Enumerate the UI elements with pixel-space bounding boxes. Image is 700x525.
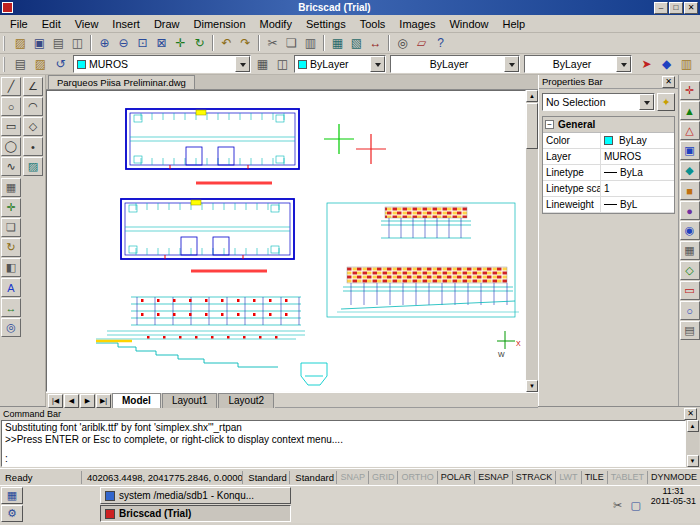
layout-tab-model[interactable]: Model <box>112 393 161 408</box>
cut-icon[interactable]: ✂ <box>263 34 282 52</box>
taskbar-clock[interactable]: 11:31 2011-05-31 <box>647 486 700 523</box>
status-dimstyle[interactable]: Standard <box>242 471 289 484</box>
help-icon[interactable]: ? <box>431 34 450 52</box>
toggle-lwt[interactable]: LWT <box>555 471 580 484</box>
zoom-tool-icon[interactable]: ◎ <box>1 318 21 337</box>
scroll-up-icon[interactable]: ▲ <box>526 90 538 102</box>
close-button[interactable]: ✕ <box>684 2 698 14</box>
menu-images[interactable]: Images <box>392 16 442 32</box>
toolbar-grip[interactable] <box>3 36 7 51</box>
layer-states-icon[interactable]: ▦ <box>253 55 272 73</box>
minimize-button[interactable]: – <box>654 2 668 14</box>
blue-circle-icon[interactable]: ○ <box>680 301 700 320</box>
properties-close-icon[interactable]: ✕ <box>662 76 675 88</box>
toggle-strack[interactable]: STRACK <box>512 471 556 484</box>
layers-icon[interactable]: ▧ <box>347 34 366 52</box>
document-tab[interactable]: Parqueos Piisa Preliminar.dwg <box>48 75 195 89</box>
regen-icon[interactable]: ↻ <box>190 34 209 52</box>
linetype-combo-arrow[interactable] <box>504 56 519 72</box>
ellipse-tool-icon[interactable]: ◯ <box>1 137 21 156</box>
klipper-icon[interactable]: ✂ <box>610 497 626 513</box>
teal-diamond-icon[interactable]: ◆ <box>680 161 700 180</box>
rotate-tool-icon[interactable]: ↻ <box>1 238 21 257</box>
polygon-tool-icon[interactable]: ◇ <box>23 117 43 136</box>
taskbar-task[interactable]: system /media/sdb1 - Konqu... <box>100 487 291 504</box>
zoom-in-icon[interactable]: ⊕ <box>95 34 114 52</box>
tab-nav-button[interactable]: ▶| <box>96 394 111 408</box>
purple-circle-icon[interactable]: ● <box>680 201 700 220</box>
scrollbar-thumb[interactable] <box>526 103 538 149</box>
zoom-window-icon[interactable]: ⊡ <box>133 34 152 52</box>
lineweight-combo-arrow[interactable] <box>616 56 631 72</box>
scroll-down-icon[interactable]: ▼ <box>526 380 538 392</box>
toggle-grid[interactable]: GRID <box>368 471 398 484</box>
menu-tools[interactable]: Tools <box>353 16 393 32</box>
collapse-icon[interactable]: − <box>545 120 554 129</box>
menu-settings[interactable]: Settings <box>299 16 353 32</box>
command-bar-close-icon[interactable]: ✕ <box>684 408 697 420</box>
layer-combo-arrow[interactable] <box>235 56 250 72</box>
zoom-extents-icon[interactable]: ⊠ <box>152 34 171 52</box>
dimension-tool-icon[interactable]: ↔ <box>1 298 21 317</box>
menu-window[interactable]: Window <box>442 16 495 32</box>
property-value[interactable]: ByLa <box>601 167 674 178</box>
command-scroll-up-icon[interactable]: ▲ <box>687 420 699 432</box>
quick-select-icon[interactable]: ✦ <box>657 93 675 111</box>
command-scroll-down-icon[interactable]: ▼ <box>687 455 699 467</box>
menu-file[interactable]: File <box>3 16 35 32</box>
properties-icon[interactable]: ▦ <box>328 34 347 52</box>
copy-icon[interactable]: ❏ <box>282 34 301 52</box>
redo-icon[interactable]: ↷ <box>236 34 255 52</box>
toggle-dynmode[interactable]: DYNMODE <box>647 471 700 484</box>
point-tool-icon[interactable]: • <box>23 137 43 156</box>
tab-nav-button[interactable]: ▶ <box>80 394 95 408</box>
toggle-esnap[interactable]: ESNAP <box>474 471 512 484</box>
blue-target-icon[interactable]: ◉ <box>680 221 700 240</box>
hatch-tool-icon[interactable]: ▨ <box>23 157 43 176</box>
circle-tool-icon[interactable]: ○ <box>1 97 21 116</box>
property-value[interactable]: ByL <box>601 199 674 210</box>
menu-draw[interactable]: Draw <box>147 16 187 32</box>
menu-dimension[interactable]: Dimension <box>187 16 253 32</box>
zoom-out-icon[interactable]: ⊖ <box>114 34 133 52</box>
menu-view[interactable]: View <box>68 16 106 32</box>
toolbar-grip[interactable] <box>3 57 7 72</box>
show-desktop-icon[interactable]: ▦ <box>1 487 23 504</box>
green-diamond-icon[interactable]: ◇ <box>680 261 700 280</box>
red-triangle-icon[interactable]: △ <box>680 121 700 140</box>
properties-group-header[interactable]: − General <box>543 117 674 133</box>
blue-square-icon[interactable]: ▣ <box>680 141 700 160</box>
pan-icon[interactable]: ✛ <box>171 34 190 52</box>
open-icon[interactable]: ▨ <box>11 34 30 52</box>
property-value[interactable]: 1 <box>601 183 674 194</box>
vertical-scrollbar[interactable]: ▲ ▼ <box>526 90 538 392</box>
settings-icon[interactable]: ◎ <box>393 34 412 52</box>
lineweight-combo[interactable]: ByLayer <box>524 55 632 73</box>
command-prompt[interactable]: : <box>5 453 682 465</box>
tab-nav-button[interactable]: |◀ <box>48 394 63 408</box>
layout-tab-layout1[interactable]: Layout1 <box>162 393 218 408</box>
distance-icon[interactable]: ↔ <box>366 34 385 52</box>
color-combo[interactable]: ByLayer <box>294 55 386 73</box>
color-combo-arrow[interactable] <box>370 56 385 72</box>
toggle-polar[interactable]: POLAR <box>437 471 475 484</box>
taskbar-task[interactable]: Bricscad (Trial) <box>100 505 291 522</box>
red-rectangle-icon[interactable]: ▭ <box>680 281 700 300</box>
maximize-button[interactable]: □ <box>669 2 683 14</box>
layer-previous-icon[interactable]: ↺ <box>51 55 70 73</box>
match-properties-icon[interactable]: ▥ <box>677 55 696 73</box>
menu-insert[interactable]: Insert <box>105 16 147 32</box>
list-icon[interactable]: ▤ <box>680 321 700 340</box>
cad-drawing[interactable]: W X <box>47 91 525 389</box>
grid-icon[interactable]: ▦ <box>680 241 700 260</box>
move-tool-icon[interactable]: ✛ <box>1 198 21 217</box>
paste-icon[interactable]: ▥ <box>301 34 320 52</box>
drawing-canvas[interactable]: W X <box>46 90 526 392</box>
erase-icon[interactable]: ▱ <box>412 34 431 52</box>
entity-snap-icon[interactable]: ◆ <box>657 55 676 73</box>
spline-tool-icon[interactable]: ∿ <box>1 157 21 176</box>
rectangle-tool-icon[interactable]: ▭ <box>1 117 21 136</box>
print-icon[interactable]: ▤ <box>49 34 68 52</box>
save-icon[interactable]: ▣ <box>30 34 49 52</box>
selection-combo-arrow[interactable] <box>639 94 654 110</box>
